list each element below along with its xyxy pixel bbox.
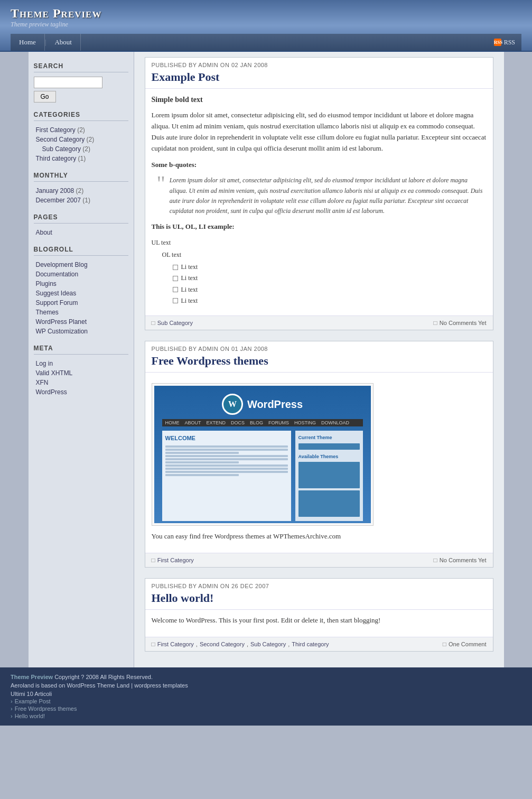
blogroll-support[interactable]: Support Forum	[34, 298, 128, 308]
footer-link-example[interactable]: Example Post	[15, 698, 51, 704]
wp-body: WELCOME	[162, 431, 363, 521]
blogroll-themes[interactable]: Themes	[34, 308, 128, 317]
list-label: This is UL, OL, LI example:	[152, 221, 487, 233]
post-meta-1: Published by admin on 02 Jan 2008	[145, 58, 493, 68]
wp-screenshot: W WordPress HOME ABOUT EXTEND DOCS BLOG …	[152, 383, 374, 526]
category-second[interactable]: Second Category (2)	[34, 135, 128, 144]
post-comment-count-3: One Comment	[449, 641, 487, 647]
blogroll-suggest[interactable]: Suggest Ideas	[34, 289, 128, 298]
monthly-jan-2008[interactable]: January 2008 (2)	[34, 186, 128, 196]
ul-text: UL text	[152, 238, 487, 248]
meta-xhtml[interactable]: Valid XHTML	[34, 368, 128, 378]
wp-sidebar-area: Current Theme Available Themes	[295, 431, 363, 521]
footer-arrow-icon-1: ›	[11, 698, 13, 704]
rss-link[interactable]: RSS RSS	[488, 35, 521, 50]
post-meta-2: Published by admin on 01 Jan 2008	[145, 341, 493, 352]
main-content: Published by admin on 02 Jan 2008 Exampl…	[134, 52, 504, 667]
site-footer: Theme Preview Copyright ? 2008 All Right…	[0, 667, 532, 726]
meta-login[interactable]: Log in	[34, 359, 128, 368]
search-input[interactable]	[34, 77, 102, 88]
nav-about[interactable]: About	[46, 34, 81, 51]
post-cat-link-3b[interactable]: Second Category	[200, 641, 245, 647]
blockquote-text: Lorem ipsum dolor sit amet, consectetur …	[170, 175, 487, 216]
rss-icon: RSS	[494, 39, 501, 46]
post-footer-1: □ Sub Category □ No Comments Yet	[145, 315, 493, 330]
post-comment-count-2: No Comments Yet	[440, 557, 487, 563]
site-title: Theme Preview	[11, 6, 521, 21]
post-comments-1: □ No Comments Yet	[434, 319, 487, 327]
post-content-3: Welcome to WordPress. This is your first…	[145, 610, 493, 637]
post-cat-link-3c[interactable]: Sub Category	[250, 641, 286, 647]
li-item-2: Li text	[173, 273, 487, 283]
category-sub[interactable]: Sub Category (2)	[34, 144, 128, 154]
post-comment-count-1: No Comments Yet	[440, 320, 487, 326]
post-cat-link-3a[interactable]: First Category	[157, 641, 194, 647]
go-button[interactable]: Go	[34, 91, 56, 103]
blogroll-dev[interactable]: Development Blog	[34, 260, 128, 270]
blogroll-docs[interactable]: Documentation	[34, 270, 128, 279]
post-subtitle-1: Simple bold text	[152, 94, 487, 106]
quote-mark-icon: "	[157, 173, 165, 216]
nav-home[interactable]: Home	[11, 34, 45, 51]
footer-link-hello[interactable]: Hello world!	[15, 713, 45, 719]
blogroll-plugins[interactable]: Plugins	[34, 279, 128, 289]
monthly-dec-2007[interactable]: December 2007 (1)	[34, 196, 128, 205]
ol-text: OL text	[162, 250, 487, 260]
footer-link-wp-themes[interactable]: Free Wordpress themes	[15, 705, 77, 712]
category-icon-1: □	[152, 319, 155, 327]
footer-copyright: Theme Preview Copyright ? 2008 All Right…	[11, 674, 521, 680]
wp-logo-area: W WordPress	[222, 394, 303, 415]
li-checkbox-1	[173, 265, 178, 270]
category-third[interactable]: Third category (1)	[34, 154, 128, 163]
category-first[interactable]: First Category (2)	[34, 125, 128, 135]
post-cat-link-2[interactable]: First Category	[157, 557, 194, 563]
meta-xfn[interactable]: XFN	[34, 378, 128, 387]
post-hello-world: Published by admin on 26 Dec 2007 Hello …	[145, 578, 493, 652]
post-example: Published by admin on 02 Jan 2008 Exampl…	[145, 57, 493, 330]
li-text-1: Li text	[181, 262, 198, 272]
footer-arrow-icon-2: ›	[11, 705, 13, 712]
post-para-1: Lorem ipsum dolor sit amet, consectetur …	[152, 110, 487, 154]
li-text-3: Li text	[181, 285, 198, 295]
list-section: UL text OL text Li text Li text	[152, 238, 487, 306]
footer-link-3: › Hello world!	[11, 713, 521, 719]
post-cat-link-1[interactable]: Sub Category	[157, 320, 193, 326]
blogroll-wp-planet[interactable]: WordPress Planet	[34, 317, 128, 327]
wp-welcome-text: WELCOME	[165, 434, 288, 443]
post-cats-3: □ First Category, Second Category, Sub C…	[152, 640, 329, 648]
meta-section-title: META	[34, 345, 128, 355]
post-title-2: Free Wordpress themes	[145, 352, 493, 373]
li-items: Li text Li text Li text Li text	[173, 262, 487, 306]
post-title-1: Example Post	[145, 68, 493, 89]
li-item-1: Li text	[173, 262, 487, 272]
wp-main-area: WELCOME	[162, 431, 291, 521]
post-footer-2: □ First Category □ No Comments Yet	[145, 553, 493, 567]
blockquote-section: " Lorem ipsum dolor sit amet, consectetu…	[152, 175, 487, 216]
site-tagline: Theme preview tagline	[11, 21, 521, 29]
post-meta-3: Published by admin on 26 Dec 2007	[145, 579, 493, 589]
li-text-2: Li text	[181, 273, 198, 283]
page-about[interactable]: About	[34, 228, 128, 237]
post-content-2: W WordPress HOME ABOUT EXTEND DOCS BLOG …	[145, 373, 493, 553]
li-text-4: Li text	[181, 296, 198, 306]
post-cats-2: □ First Category	[152, 556, 194, 564]
meta-wordpress[interactable]: WordPress	[34, 387, 128, 397]
blogroll-wp-custom[interactable]: WP Customization	[34, 327, 128, 336]
wp-brand-text: WordPress	[247, 396, 303, 413]
footer-copyright-text: Copyright ? 2008 All Rights Reserved.	[54, 674, 153, 680]
post-title-3: Hello world!	[145, 589, 493, 610]
blockquote-label: Some b-quotes:	[152, 160, 487, 171]
post-content-1: Simple bold text Lorem ipsum dolor sit a…	[145, 89, 493, 315]
monthly-section-title: MONTHLY	[34, 172, 128, 182]
main-nav: Home | About RSS RSS	[11, 34, 521, 51]
post-cat-link-3d[interactable]: Third category	[292, 641, 329, 647]
wp-nav-bar: HOME ABOUT EXTEND DOCS BLOG FORUMS HOSTI…	[162, 419, 363, 426]
wp-mock-image: W WordPress HOME ABOUT EXTEND DOCS BLOG …	[154, 386, 371, 523]
footer-links: Ultimi 10 Articoli › Example Post › Free…	[11, 691, 521, 719]
sidebar: SEARCH Go CATEGORIES First Category (2) …	[29, 52, 134, 667]
footer-brand: Theme Preview	[11, 674, 53, 680]
blogroll-section-title: BLOGROLL	[34, 246, 128, 256]
post-para-2: You can easy find free Wordpress themes …	[152, 531, 487, 542]
category-icon-2: □	[152, 556, 155, 564]
categories-section-title: CATEGORIES	[34, 111, 128, 121]
